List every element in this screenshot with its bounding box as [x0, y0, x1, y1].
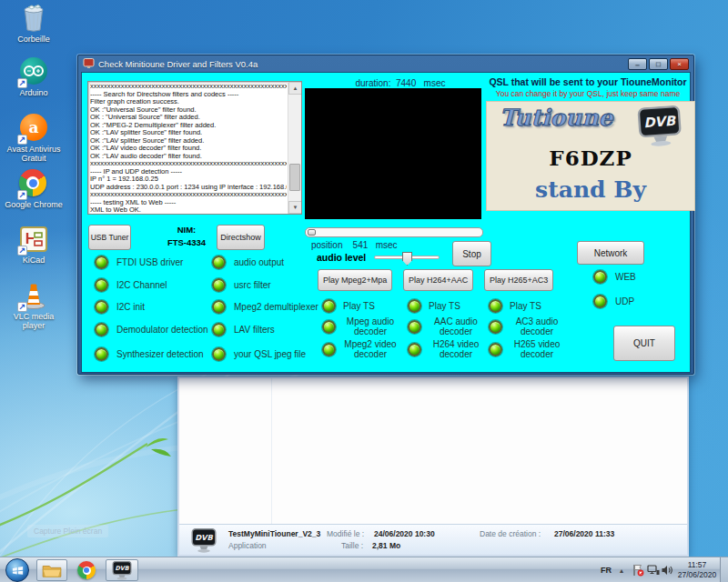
column-separator: [271, 378, 272, 524]
led-row: H265 video decoder: [489, 339, 586, 359]
led-row: AC3 audio decoder: [489, 316, 586, 336]
close-button[interactable]: ×: [670, 58, 689, 70]
status-led: [212, 347, 226, 361]
play-mpeg2-button[interactable]: Play Mpeg2+Mpa: [318, 269, 392, 291]
status-led: [408, 343, 421, 356]
tray-language[interactable]: FR: [601, 557, 612, 582]
capture-overlay: Capture Plein écran: [27, 525, 108, 537]
modified-label: Modifié le :: [327, 529, 364, 538]
arduino-icon: ↗: [19, 57, 48, 86]
desktop-icon-chrome[interactable]: ↗ Google Chrome: [4, 169, 64, 209]
desktop-icon-arduino[interactable]: ↗ Arduino: [4, 56, 64, 97]
status-led: [212, 323, 226, 336]
desktop-icon-label: KiCad: [4, 256, 64, 265]
status-led: [322, 320, 336, 334]
dvb-logo-icon: DVB: [635, 105, 685, 148]
qsl-header: QSL that will be sent to your TiouneMoni…: [480, 76, 695, 87]
scrollbar-thumb[interactable]: [289, 164, 300, 191]
svg-text:DVB: DVB: [643, 113, 678, 131]
tray-chevron-icon[interactable]: ▴: [620, 557, 623, 582]
network-button[interactable]: Network: [577, 241, 644, 265]
desktop-icon-vlc[interactable]: ↗ VLC media player: [4, 281, 64, 330]
led-row: Play TS: [489, 299, 586, 313]
chrome-icon: ↗: [19, 169, 48, 198]
log-scrollbar[interactable]: ▲ ▼: [288, 82, 301, 214]
scroll-up-icon[interactable]: ▲: [288, 82, 302, 95]
windows-flag-icon: [11, 564, 25, 577]
show-desktop-button[interactable]: [720, 557, 728, 582]
shortcut-arrow-icon: ↗: [17, 78, 27, 88]
led-row: I2C Channel: [95, 278, 167, 292]
desktop-icon-label: Corbeille: [4, 35, 64, 44]
video-display: [305, 88, 481, 219]
play-h265-button[interactable]: Play H265+AC3: [484, 269, 553, 291]
audio-level-slider[interactable]: [374, 256, 440, 259]
folder-icon: [42, 563, 62, 578]
desktop-icon-label: Arduino: [4, 88, 64, 97]
desktop-icon-kicad[interactable]: ↗ KiCad: [4, 225, 64, 265]
scroll-down-icon[interactable]: ▼: [288, 201, 302, 214]
shortcut-arrow-icon: ↗: [17, 246, 27, 256]
taskbar-explorer-button[interactable]: [36, 559, 67, 581]
quit-button[interactable]: QUIT: [613, 326, 675, 361]
status-led: [322, 343, 336, 356]
size-value: 2,81 Mo: [372, 541, 400, 550]
position-slider[interactable]: [305, 227, 483, 237]
shortcut-arrow-icon: ↗: [17, 190, 27, 200]
vlc-icon: ↗: [19, 281, 48, 310]
desktop-icon-recycle-bin[interactable]: Corbeille: [4, 4, 64, 44]
start-button[interactable]: [5, 558, 29, 582]
qsl-brand: Tutioune: [500, 105, 612, 131]
led-row: Synthesizer detection: [95, 347, 204, 361]
play-h264-button[interactable]: Play H264+AAC: [403, 269, 473, 291]
directshow-button[interactable]: Directshow: [217, 225, 265, 250]
created-label: Date de création :: [480, 529, 541, 538]
qsl-callsign: F6DZP: [487, 146, 694, 170]
status-led: [95, 278, 108, 292]
position-slider-thumb[interactable]: [308, 229, 316, 236]
led-row: Mpeg2 demultiplexer: [212, 300, 318, 314]
taskbar-clock[interactable]: 11:57 27/06/2020: [677, 560, 717, 580]
audio-slider-thumb[interactable]: [402, 252, 412, 266]
led-row: LAV filters: [212, 323, 275, 336]
status-led: [593, 270, 607, 284]
qsl-image: Tutioune DVB F6DZP stand By: [486, 101, 695, 211]
shortcut-arrow-icon: ↗: [17, 302, 27, 312]
taskbar-chrome-button[interactable]: [71, 559, 102, 581]
file-type: Application: [228, 541, 267, 550]
minimize-button[interactable]: –: [628, 58, 647, 70]
usb-tuner-button[interactable]: USB Tuner: [88, 225, 131, 250]
dvb-file-icon: DVB: [190, 528, 217, 553]
led-row: audio output: [212, 256, 284, 269]
desktop-icon-label: Avast Antivirus Gratuit: [4, 145, 64, 163]
status-led: [322, 299, 336, 313]
maximize-button[interactable]: □: [649, 58, 668, 70]
qsl-note: You can change it by your QSL, just keep…: [480, 89, 695, 98]
file-name: TestMyMiniTiouner_V2_3: [228, 529, 320, 538]
led-row: usrc filter: [212, 278, 271, 292]
title-bar[interactable]: Check Minitioune Driver and Filters V0.4…: [81, 55, 691, 72]
svg-text:DVB: DVB: [195, 533, 213, 542]
duration-readout: duration: 7440 msec: [309, 78, 491, 88]
modified-value: 24/06/2020 10:30: [374, 529, 435, 538]
status-led: [408, 299, 421, 313]
app-icon: [83, 58, 95, 69]
led-row: WEB: [593, 270, 636, 284]
taskbar-dvb-app-button[interactable]: DVB: [106, 559, 138, 581]
status-led: [212, 300, 226, 314]
status-led: [408, 320, 421, 334]
log-textbox[interactable]: xxxxxxxxxxxxxxxxxxxxxxxxxxxxxxxxxxxxxxxx…: [87, 81, 302, 215]
size-label: Taille :: [341, 541, 363, 550]
recycle-bin-icon: [19, 4, 48, 33]
stop-button[interactable]: Stop: [452, 241, 491, 266]
explorer-details-pane: DVB TestMyMiniTiouner_V2_3 Modifié le : …: [179, 524, 687, 555]
status-led: [95, 256, 108, 269]
tray-network-icon[interactable]: [647, 557, 660, 582]
tray-action-center-icon[interactable]: [632, 557, 644, 582]
app-window: Check Minitioune Driver and Filters V0.4…: [77, 55, 694, 375]
led-row: UDP: [593, 295, 634, 308]
tray-speaker-icon[interactable]: [661, 557, 673, 582]
status-led: [212, 256, 226, 269]
led-row: your QSL jpeg file: [212, 347, 306, 361]
desktop-icon-avast[interactable]: a ↗ Avast Antivirus Gratuit: [4, 113, 64, 163]
